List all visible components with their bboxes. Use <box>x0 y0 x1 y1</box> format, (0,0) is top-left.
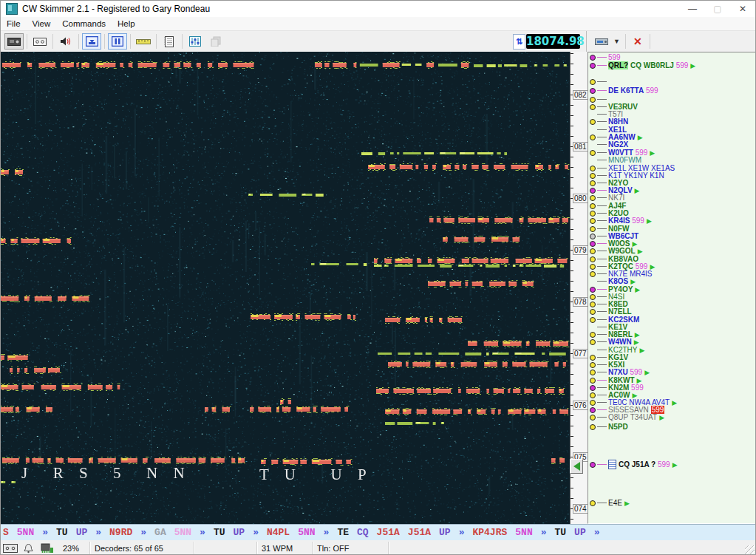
notebook-icon <box>164 36 174 47</box>
spot-row[interactable]: NG2X <box>590 140 628 149</box>
menu-commands[interactable]: Commands <box>56 19 112 28</box>
spot-text: MN0FWM <box>608 156 641 164</box>
minimize-button[interactable]: — <box>680 1 705 17</box>
scale-minor-tick <box>571 426 573 426</box>
signal-dot-icon <box>590 407 596 413</box>
menu-help[interactable]: Help <box>112 19 141 28</box>
frequency-scale[interactable]: 082081080079078077076075074 <box>570 52 588 524</box>
scale-minor-tick <box>571 53 573 54</box>
signal-dot-icon <box>590 339 596 345</box>
tuning-marker-icon[interactable] <box>570 459 583 474</box>
spot-text: DE K6TTA <box>608 86 644 95</box>
spot-connector-line <box>597 144 607 145</box>
scale-minor-tick <box>571 446 573 447</box>
ticker-word: UP <box>439 527 451 538</box>
scale-label: 074 <box>573 504 588 514</box>
toolbar-buttons <box>1 33 226 50</box>
scale-minor-tick <box>571 64 573 64</box>
scale-minor-tick <box>571 498 573 499</box>
signal-dot-icon <box>590 195 596 201</box>
spot-text: CQ WB0RLJ <box>628 61 674 69</box>
play-arrow-icon: ▶ <box>635 331 640 338</box>
scale-minor-tick <box>571 74 573 75</box>
signal-dot-icon <box>590 248 596 254</box>
ticker-word: » <box>324 527 330 538</box>
spot-row[interactable]: QRL? CQ WB0RLJ 599▶ <box>590 61 695 69</box>
ticker-word: TU <box>214 527 225 538</box>
toolbar-separator <box>156 34 157 49</box>
spot-row[interactable]: NK7I <box>590 194 624 202</box>
spot-row[interactable]: KR4IS 599▶ <box>590 217 652 225</box>
scale-minor-tick <box>571 208 573 209</box>
radio-button[interactable] <box>4 33 24 50</box>
spot-row[interactable]: W4WN▶ <box>590 338 639 346</box>
ticker-word: J51A <box>377 527 400 538</box>
signal-dot-icon <box>590 500 596 506</box>
cassette-icon <box>3 544 18 553</box>
resize-grip[interactable] <box>745 545 755 555</box>
monitor-button[interactable] <box>82 33 101 50</box>
notebook-button[interactable] <box>160 33 179 50</box>
spot-row[interactable]: N8HN <box>590 118 628 126</box>
spot-row[interactable]: N7XU 599▶ <box>590 368 650 376</box>
spot-connector-line <box>597 417 607 418</box>
maximize-button[interactable]: ▢ <box>705 1 730 17</box>
status-wpm: 31 WPM <box>257 542 313 554</box>
spot-connector-line <box>597 220 607 221</box>
signal-dot-icon <box>590 203 596 209</box>
toolbar-separator <box>52 34 53 49</box>
play-arrow-icon: ▶ <box>635 187 640 194</box>
chevron-down-icon[interactable]: ▼ <box>613 38 620 45</box>
signal-dot-icon <box>590 226 596 232</box>
scale-label: 081 <box>573 142 588 151</box>
spot-row[interactable]: CQ J51A ? 599▶ <box>590 460 678 469</box>
spot-row[interactable]: Q8UP T34UAT▶ <box>590 413 664 421</box>
ruler-button[interactable] <box>134 33 153 50</box>
spot-text: N7XU <box>608 368 628 376</box>
cassette-button[interactable] <box>30 33 50 50</box>
spot-row[interactable]: MN0FWM <box>590 156 641 164</box>
spot-connector-line <box>597 81 607 82</box>
mixer-button[interactable] <box>185 33 205 50</box>
spot-connector-line <box>597 311 607 312</box>
scale-minor-tick <box>571 167 573 168</box>
close-button[interactable]: ✕ <box>730 1 755 17</box>
spot-row[interactable]: N7ELL <box>590 307 632 316</box>
spot-row[interactable]: 599 <box>590 53 621 61</box>
copy-button[interactable] <box>206 33 225 50</box>
decoded-text-ticker[interactable]: S5NN»TUUP»N9RD»GA5NN»TUUP»N4PL5NN»TECQJ5… <box>1 524 755 541</box>
speaker-button[interactable] <box>56 33 75 50</box>
keyer-button[interactable] <box>592 33 611 50</box>
ticker-word: » <box>200 527 205 538</box>
menu-bar: FileViewCommandsHelp <box>1 17 755 31</box>
window-title: CW Skimmer 2.1 - Registered to Gary Rond… <box>22 4 210 14</box>
menu-view[interactable]: View <box>27 19 57 28</box>
spot-connector-line <box>597 503 607 503</box>
ticker-word: » <box>95 527 101 538</box>
floppy-button[interactable] <box>108 33 127 50</box>
spot-row[interactable]: E4E▶ <box>590 499 630 507</box>
mixer-icon <box>189 36 201 47</box>
play-arrow-icon: ▶ <box>632 392 637 399</box>
ticker-word: KP4JRS <box>472 527 507 538</box>
waterfall-display[interactable] <box>1 52 570 524</box>
spot-row[interactable]: K8OS▶ <box>590 277 636 285</box>
spot-row[interactable]: DE K6TTA 599 <box>590 86 658 95</box>
spot-row[interactable] <box>590 78 608 86</box>
spot-row[interactable]: N5PD <box>590 423 628 431</box>
spot-connector-line <box>597 137 607 137</box>
delete-spot-button[interactable]: ✕ <box>629 33 647 50</box>
play-arrow-icon: ▶ <box>630 278 636 285</box>
toolbar-separator <box>130 34 131 49</box>
ticker-word: UP <box>76 527 88 538</box>
scale-minor-tick <box>571 312 573 313</box>
signal-dot-icon <box>590 173 596 179</box>
signal-dot-icon <box>590 256 596 262</box>
signal-dot-icon <box>590 362 596 368</box>
signal-dot-icon <box>590 317 596 323</box>
ticker-word: 5NN <box>298 527 315 538</box>
spot-row[interactable]: W9GOL▶ <box>590 247 643 255</box>
frequency-spinner[interactable]: ⇅ <box>513 34 525 50</box>
ticker-word: UP <box>234 527 245 538</box>
menu-file[interactable]: File <box>1 19 27 28</box>
